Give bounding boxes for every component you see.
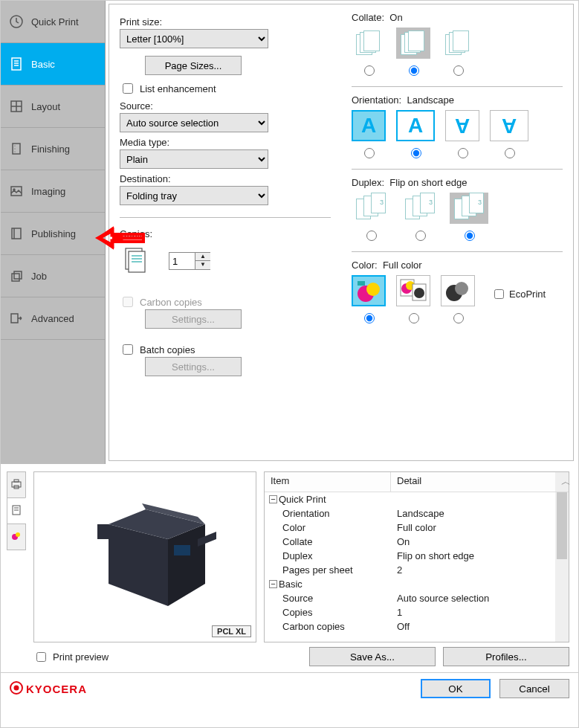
printer-small-icon bbox=[10, 478, 22, 492]
summary-group-quickprint[interactable]: −Quick Print bbox=[265, 492, 569, 506]
svg-rect-8 bbox=[13, 144, 20, 154]
sidebar-item-job[interactable]: Job bbox=[1, 255, 105, 297]
print-size-label: Print size: bbox=[120, 16, 331, 28]
summary-row: SourceAuto source selection bbox=[265, 591, 569, 605]
document-icon bbox=[8, 56, 25, 72]
brand-logo: KYOCERA bbox=[10, 681, 87, 697]
orientation-radio-1[interactable] bbox=[364, 148, 375, 158]
duplex-long-edge[interactable]: 123 bbox=[401, 193, 439, 241]
destination-select[interactable]: Folding tray bbox=[120, 186, 268, 205]
svg-point-10 bbox=[14, 148, 15, 149]
color-radio-3[interactable] bbox=[453, 313, 464, 323]
summary-row: Carbon copiesOff bbox=[265, 619, 569, 634]
printer-preview-panel: PCL XL bbox=[33, 471, 256, 642]
preview-tab-printer[interactable] bbox=[7, 471, 26, 498]
summary-col-item[interactable]: Item bbox=[265, 472, 391, 492]
duplex-radio-3[interactable] bbox=[465, 231, 475, 241]
ecoprint-checkbox[interactable]: EcoPrint bbox=[491, 287, 546, 301]
preview-tab-page[interactable] bbox=[7, 497, 26, 524]
sidebar-item-publishing[interactable]: Publishing bbox=[1, 213, 105, 255]
svg-point-9 bbox=[14, 145, 15, 146]
sidebar-item-finishing[interactable]: Finishing bbox=[1, 128, 105, 170]
collate-option-3[interactable] bbox=[441, 28, 475, 76]
basic-settings-panel: Print size: Letter [100%] Page Sizes... … bbox=[109, 4, 574, 461]
collate-radio-2[interactable] bbox=[409, 65, 419, 76]
collapse-icon[interactable]: − bbox=[269, 580, 277, 588]
copies-up-button[interactable]: ▲ bbox=[195, 253, 210, 261]
destination-label: Destination: bbox=[120, 173, 331, 184]
sidebar-item-label: Finishing bbox=[31, 144, 70, 155]
duplex-off[interactable]: 123 bbox=[352, 193, 390, 241]
media-type-select[interactable]: Plain bbox=[120, 149, 268, 169]
collate-option-1[interactable] bbox=[352, 28, 386, 76]
svg-rect-46 bbox=[174, 545, 190, 555]
color-full[interactable] bbox=[352, 275, 386, 323]
copies-down-button[interactable]: ▼ bbox=[195, 261, 210, 269]
page-sizes-button[interactable]: Page Sizes... bbox=[145, 56, 242, 75]
color-auto[interactable] bbox=[396, 275, 430, 323]
summary-col-detail[interactable]: Detail bbox=[391, 472, 555, 492]
batch-copies-input[interactable] bbox=[123, 344, 133, 355]
duplex-options: 123 123 123 bbox=[352, 193, 563, 241]
svg-rect-1 bbox=[12, 58, 21, 70]
list-enhancement-checkbox[interactable]: List enhancement bbox=[120, 81, 331, 96]
summary-row: Pages per sheet2 bbox=[265, 563, 569, 577]
sidebar-item-label: Job bbox=[31, 271, 47, 282]
collate-option-2[interactable] bbox=[396, 28, 430, 76]
summary-scrollbar[interactable] bbox=[555, 492, 569, 642]
list-enhancement-input[interactable] bbox=[123, 83, 133, 94]
batch-copies-checkbox[interactable]: Batch copies bbox=[120, 342, 331, 357]
profiles-button[interactable]: Profiles... bbox=[443, 647, 569, 666]
scroll-up-icon[interactable]: ︿ bbox=[555, 472, 569, 492]
sidebar-item-imaging[interactable]: Imaging bbox=[1, 170, 105, 213]
scrollbar-thumb[interactable] bbox=[557, 492, 567, 559]
duplex-radio-2[interactable] bbox=[415, 231, 426, 241]
export-icon bbox=[8, 310, 25, 326]
svg-point-33 bbox=[455, 282, 468, 295]
pcl-badge: PCL XL bbox=[212, 625, 251, 637]
collate-radio-1[interactable] bbox=[364, 65, 375, 76]
orientation-landscape[interactable]: A bbox=[396, 110, 435, 158]
svg-rect-17 bbox=[14, 271, 22, 279]
sidebar-item-quick-print[interactable]: Quick Print bbox=[1, 1, 105, 43]
sidebar-item-label: Layout bbox=[31, 101, 60, 112]
cancel-button[interactable]: Cancel bbox=[499, 679, 569, 698]
collate-options bbox=[352, 28, 563, 76]
summary-row: ColorFull color bbox=[265, 521, 569, 535]
summary-group-basic[interactable]: −Basic bbox=[265, 577, 569, 591]
svg-rect-16 bbox=[12, 274, 19, 281]
save-as-button[interactable]: Save As... bbox=[309, 647, 436, 666]
print-preview-checkbox[interactable]: Print preview bbox=[33, 650, 109, 664]
copies-input[interactable] bbox=[169, 255, 195, 268]
source-select[interactable]: Auto source selection bbox=[120, 113, 268, 132]
orientation-radio-2[interactable] bbox=[411, 148, 421, 158]
orientation-portrait-rotated[interactable]: A bbox=[445, 110, 479, 158]
ecoprint-input[interactable] bbox=[494, 289, 504, 299]
color-radio-2[interactable] bbox=[409, 313, 419, 323]
sidebar-item-advanced[interactable]: Advanced bbox=[1, 297, 105, 340]
svg-rect-35 bbox=[14, 480, 19, 482]
summary-panel: Item Detail ︿ −Quick Print OrientationLa… bbox=[264, 471, 569, 642]
preview-tab-color[interactable] bbox=[7, 524, 26, 550]
source-label: Source: bbox=[120, 100, 331, 112]
orientation-radio-3[interactable] bbox=[458, 148, 468, 158]
batch-settings-button: Settings... bbox=[145, 357, 242, 376]
sidebar-item-layout[interactable]: Layout bbox=[1, 86, 105, 128]
duplex-short-edge[interactable]: 123 bbox=[450, 193, 488, 241]
color-radio-1[interactable] bbox=[364, 313, 375, 323]
collapse-icon[interactable]: − bbox=[269, 495, 277, 503]
collate-radio-3[interactable] bbox=[453, 65, 464, 76]
duplex-radio-1[interactable] bbox=[366, 231, 377, 241]
orientation-portrait[interactable]: A bbox=[352, 110, 386, 158]
ok-button[interactable]: OK bbox=[421, 679, 491, 698]
summary-header: Item Detail ︿ bbox=[265, 472, 569, 492]
sidebar-item-basic[interactable]: Basic bbox=[1, 43, 105, 86]
copies-stepper[interactable]: ▲ ▼ bbox=[169, 252, 210, 270]
orientation-radio-4[interactable] bbox=[505, 148, 515, 158]
color-black[interactable] bbox=[441, 275, 475, 323]
print-preview-input[interactable] bbox=[36, 652, 46, 662]
print-size-select[interactable]: Letter [100%] bbox=[120, 29, 268, 48]
svg-point-41 bbox=[16, 532, 20, 537]
summary-row: CollateOn bbox=[265, 535, 569, 549]
orientation-landscape-rotated[interactable]: A bbox=[490, 110, 528, 158]
